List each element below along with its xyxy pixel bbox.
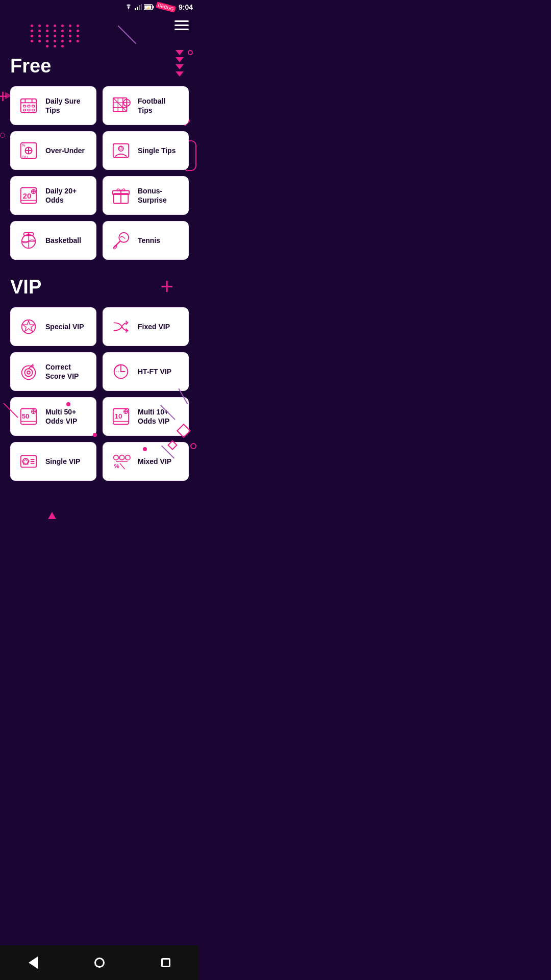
app-container: ⚡ DEBUG 9:04 [0, 0, 199, 533]
football-net-icon [110, 95, 132, 116]
svg-text:O/U: O/U [22, 155, 28, 159]
svg-rect-5 [153, 6, 154, 9]
single-tips-icon [110, 140, 132, 161]
mixed-icon: % [110, 451, 132, 472]
svg-rect-15 [23, 109, 26, 111]
svg-point-80 [114, 455, 119, 460]
daily-20-odds-label: Daily 20+ Odds [45, 186, 89, 205]
svg-rect-2 [139, 5, 140, 10]
svg-rect-14 [32, 105, 35, 107]
multi-10-odds-label: Multi 10+ Odds VIP [138, 407, 181, 426]
card-correct-score-vip[interactable]: Correct Score VIP [10, 352, 96, 391]
gift-icon [110, 185, 132, 206]
svg-rect-0 [135, 8, 136, 10]
card-football-tips[interactable]: Football Tips [103, 86, 189, 125]
vip-grid: Special VIP Fixed VIP [10, 307, 189, 481]
svg-rect-12 [23, 105, 26, 107]
signal-icon [135, 4, 142, 10]
main-content: Free [0, 55, 199, 497]
wifi-icon [124, 4, 133, 10]
menu-button[interactable] [172, 18, 191, 32]
svg-point-57 [27, 371, 30, 374]
fifty-odds-icon: 50 [18, 406, 39, 427]
tennis-label: Tennis [138, 236, 160, 245]
daily-sure-tips-label: Daily Sure Tips [45, 96, 89, 115]
over-under-label: Over-Under [45, 146, 85, 155]
single-star-icon [18, 451, 39, 472]
debug-badge: DEBUG [156, 2, 176, 12]
special-star-icon [18, 316, 39, 337]
basketball-label: Basketball [45, 236, 81, 245]
red-dot-1 [66, 402, 70, 406]
single-vip-label: Single VIP [45, 457, 80, 466]
svg-rect-13 [28, 105, 30, 107]
special-vip-label: Special VIP [45, 322, 84, 331]
card-single-tips[interactable]: Single Tips [103, 131, 189, 170]
card-ht-ft-vip[interactable]: HT-FT VIP [103, 352, 189, 391]
battery-icon: ⚡ [144, 4, 154, 10]
card-single-vip[interactable]: Single VIP [10, 442, 96, 481]
red-dot-2 [93, 433, 97, 437]
ht-ft-vip-label: HT-FT VIP [138, 367, 171, 376]
decor-line-1 [118, 26, 137, 44]
svg-line-85 [120, 463, 125, 469]
card-bonus-surprise[interactable]: Bonus-Surprise [103, 176, 189, 215]
free-section-title: Free [10, 55, 189, 77]
svg-text:%: % [114, 463, 119, 469]
dots-decoration [31, 24, 82, 47]
bonus-surprise-label: Bonus-Surprise [138, 186, 181, 205]
card-special-vip[interactable]: Special VIP [10, 307, 96, 346]
svg-point-55 [22, 366, 36, 380]
triangle-decor [48, 512, 56, 519]
card-daily-sure-tips[interactable]: Daily Sure Tips [10, 86, 96, 125]
card-tennis[interactable]: Tennis [103, 221, 189, 260]
circle-decor-1 [188, 50, 193, 55]
header: + [0, 14, 199, 55]
svg-point-82 [126, 455, 131, 460]
correct-score-vip-label: Correct Score VIP [45, 362, 89, 381]
svg-point-53 [22, 320, 36, 334]
svg-text:%: % [22, 143, 26, 148]
card-fixed-vip[interactable]: Fixed VIP [103, 307, 189, 346]
clock-half-icon [110, 361, 132, 382]
svg-text:50: 50 [22, 412, 30, 420]
status-bar: ⚡ DEBUG 9:04 [0, 0, 199, 14]
svg-point-81 [119, 455, 124, 460]
free-grid: Daily Sure Tips [10, 86, 189, 260]
over-under-icon: % O/U [18, 140, 39, 161]
menu-icon [174, 20, 189, 30]
svg-text:20: 20 [23, 191, 32, 200]
circle-decor-3 [190, 443, 196, 449]
svg-rect-3 [141, 4, 142, 10]
football-tips-label: Football Tips [138, 96, 181, 115]
card-multi-10-odds[interactable]: 10 Multi 10+ Odds VIP [103, 397, 189, 436]
fixed-vip-label: Fixed VIP [138, 322, 170, 331]
plus-decoration-vip: + [160, 274, 173, 299]
red-dot-3 [143, 447, 147, 451]
svg-rect-16 [28, 109, 30, 111]
svg-marker-54 [23, 321, 35, 332]
basketball-icon [18, 230, 39, 251]
svg-text:10: 10 [115, 412, 122, 420]
multi-50-odds-label: Multi 50+ Odds VIP [45, 407, 89, 426]
shuffle-icon [110, 316, 132, 337]
single-tips-label: Single Tips [138, 146, 176, 155]
svg-rect-17 [32, 109, 35, 111]
status-icons: ⚡ DEBUG 9:04 [124, 3, 193, 11]
status-time: 9:04 [179, 3, 193, 11]
card-daily-20-odds[interactable]: 20 Daily 20+ Odds [10, 176, 96, 215]
card-multi-50-odds[interactable]: 50 Multi 50+ Odds VIP [10, 397, 96, 436]
svg-rect-1 [137, 7, 138, 10]
target-icon [18, 361, 39, 382]
svg-rect-52 [113, 245, 117, 249]
tennis-icon [110, 230, 132, 251]
twenty-odds-icon: 20 [18, 185, 39, 206]
calendar-grid-icon [18, 95, 39, 116]
vip-title-wrap: VIP + [10, 276, 189, 298]
card-over-under[interactable]: % O/U Over-Under [10, 131, 96, 170]
mixed-vip-label: Mixed VIP [138, 457, 171, 466]
svg-point-56 [24, 369, 32, 376]
card-basketball[interactable]: Basketball [10, 221, 96, 260]
vip-section: VIP + Special [10, 276, 189, 481]
svg-text:⚡: ⚡ [146, 6, 151, 10]
